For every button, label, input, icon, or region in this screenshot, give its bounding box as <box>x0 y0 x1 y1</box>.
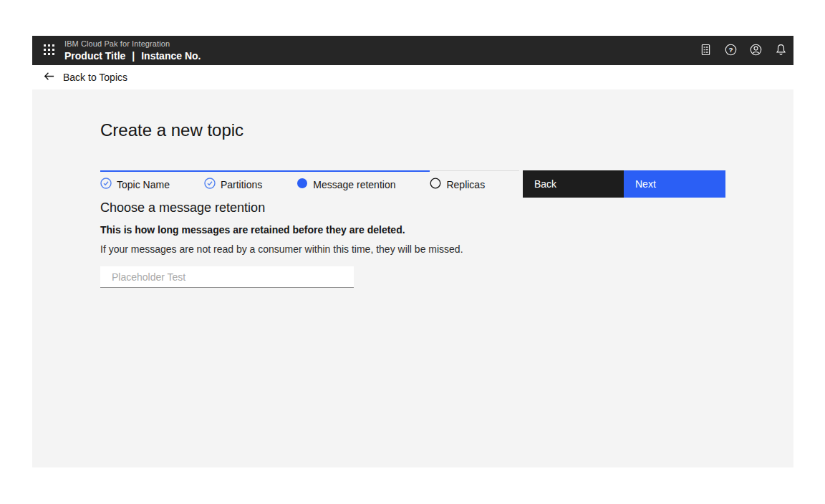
step-replicas[interactable]: Replicas <box>430 170 519 192</box>
back-button[interactable]: Back <box>523 170 624 198</box>
help-button[interactable]: ? <box>718 36 743 65</box>
app-window: IBM Cloud Pak for Integration Product Ti… <box>32 36 793 467</box>
title-separator: | <box>132 51 135 61</box>
step-label: Message retention <box>313 179 395 190</box>
back-to-topics-link[interactable]: Back to Topics <box>43 70 127 84</box>
app-switcher-icon <box>44 44 54 57</box>
next-button[interactable]: Next <box>624 170 725 198</box>
step-label: Topic Name <box>117 179 170 190</box>
top-header-bar: IBM Cloud Pak for Integration Product Ti… <box>32 36 793 65</box>
back-to-topics-label: Back to Topics <box>63 72 127 83</box>
step-complete-icon <box>204 178 216 192</box>
step-complete-icon <box>100 178 112 192</box>
step-incomplete-icon <box>430 178 441 192</box>
progress-indicator: Topic Name Partitions Message retenti <box>100 170 519 192</box>
create-topic-panel: Create a new topic Topic Name <box>32 89 793 467</box>
product-title: Product Title <box>64 51 125 61</box>
retention-lead-text: This is how long messages are retained b… <box>100 224 405 236</box>
user-avatar-icon <box>749 43 763 59</box>
step-topic-name[interactable]: Topic Name <box>100 170 204 192</box>
help-icon: ? <box>724 43 738 59</box>
product-line-label: IBM Cloud Pak for Integration <box>64 40 201 48</box>
documentation-button[interactable] <box>693 36 718 65</box>
svg-text:?: ? <box>728 45 733 53</box>
product-title-row: Product Title | Instance No. <box>64 51 201 61</box>
step-current-icon <box>296 178 308 192</box>
page-title: Create a new topic <box>100 120 243 140</box>
documentation-icon <box>699 43 713 59</box>
retention-sub-text: If your messages are not read by a consu… <box>100 243 463 255</box>
notifications-button[interactable] <box>768 36 793 65</box>
step-label: Replicas <box>446 179 485 190</box>
breadcrumb-bar: Back to Topics <box>32 65 793 89</box>
section-heading: Choose a message retention <box>100 200 265 215</box>
user-profile-button[interactable] <box>743 36 768 65</box>
back-arrow-icon <box>43 70 55 84</box>
step-partitions[interactable]: Partitions <box>204 170 296 192</box>
notifications-icon <box>774 43 788 59</box>
message-retention-input[interactable] <box>100 266 354 288</box>
header-titles: IBM Cloud Pak for Integration Product Ti… <box>64 40 201 61</box>
header-action-icons: ? <box>693 36 793 65</box>
step-message-retention[interactable]: Message retention <box>296 170 430 192</box>
step-label: Partitions <box>221 179 262 190</box>
instance-number: Instance No. <box>141 51 201 61</box>
app-switcher-button[interactable] <box>36 36 62 65</box>
wizard-buttons: Back Next <box>523 170 725 198</box>
